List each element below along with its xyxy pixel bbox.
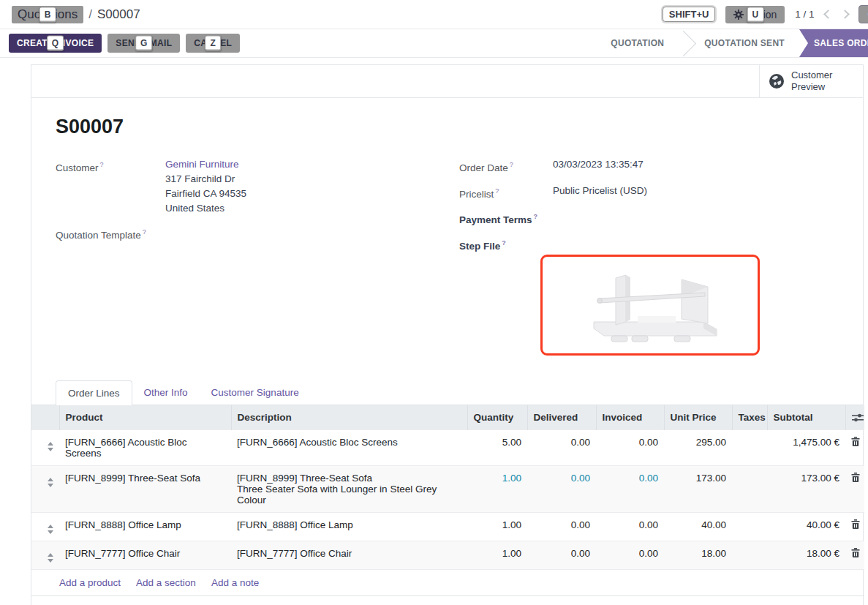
cell-delivered[interactable]: 0.00 — [527, 466, 596, 513]
column-taxes[interactable]: Taxes — [732, 405, 767, 430]
add-a-note-link[interactable]: Add a note — [211, 577, 259, 588]
column-delivered[interactable]: Delivered — [527, 405, 596, 430]
pricelist-value[interactable]: Public Pricelist (USD) — [553, 184, 647, 202]
add-a-product-link[interactable]: Add a product — [59, 577, 121, 588]
row-gutter — [31, 513, 42, 541]
column-description[interactable]: Description — [231, 405, 467, 430]
shortcut-box-shift-u: SHIFT+U — [663, 7, 716, 22]
order-date-value[interactable]: 03/03/2023 13:35:47 — [553, 157, 644, 176]
help-icon: ? — [534, 213, 538, 220]
trash-icon — [851, 548, 860, 557]
column-product[interactable]: Product — [59, 405, 231, 430]
delete-row-button[interactable] — [845, 466, 864, 513]
stage-separator-icon — [679, 29, 690, 57]
cell-invoiced[interactable]: 0.00 — [596, 466, 664, 513]
cell-quantity[interactable]: 1.00 — [467, 541, 527, 570]
cell-description[interactable]: [FURN_8888] Office Lamp — [231, 513, 467, 541]
cell-product[interactable]: [FURN_8999] Three-Seat Sofa — [59, 466, 231, 513]
cell-description[interactable]: [FURN_6666] Acoustic Bloc Screens — [231, 430, 467, 466]
cell-product[interactable]: [FURN_7777] Office Chair — [59, 541, 231, 570]
cell-quantity[interactable]: 1.00 — [467, 513, 527, 541]
column-invoiced[interactable]: Invoiced — [596, 405, 664, 430]
table-row: [FURN_8888] Office Lamp [FURN_8888] Offi… — [31, 513, 864, 541]
send-email-button[interactable]: SEND EMAIL G — [107, 34, 180, 53]
payment-terms-label: Payment Terms? — [459, 209, 553, 228]
stage-quotation[interactable]: QUOTATION — [596, 29, 679, 57]
customer-preview-button[interactable]: Customer Preview — [759, 65, 863, 97]
column-quantity[interactable]: Quantity — [467, 405, 527, 430]
cell-invoiced[interactable]: 0.00 — [596, 430, 664, 466]
breadcrumb-parent[interactable]: Quotations B — [12, 6, 83, 23]
cell-product[interactable]: [FURN_6666] Acoustic Bloc Screens — [59, 430, 231, 466]
customer-address: 317 Fairchild Dr Fairfield CA 94535 Unit… — [165, 172, 246, 216]
sheet-footer: Terms and conditions... Total: 1,706.00 … — [31, 596, 863, 605]
cell-unit-price[interactable]: 295.00 — [664, 430, 732, 466]
quotation-template-label: Quotation Template? — [56, 225, 165, 243]
cell-unit-price[interactable]: 40.00 — [664, 513, 732, 541]
delete-row-button[interactable] — [845, 541, 864, 570]
row-gutter — [31, 430, 42, 466]
help-icon: ? — [502, 239, 506, 247]
cell-product[interactable]: [FURN_8888] Office Lamp — [59, 513, 231, 541]
cell-quantity[interactable]: 5.00 — [467, 430, 527, 466]
fields-left-column: Customer? Gemini Furniture 317 Fairchild… — [56, 157, 459, 356]
page-title: S00007 — [56, 116, 839, 138]
tab-customer-signature[interactable]: Customer Signature — [200, 380, 311, 405]
row-drag-handle[interactable] — [42, 466, 59, 513]
step-file-label: Step File? — [459, 236, 553, 254]
cell-invoiced[interactable]: 0.00 — [596, 513, 664, 541]
address-line: Fairfield CA 94535 — [165, 187, 246, 201]
cell-taxes[interactable] — [732, 430, 767, 466]
column-subtotal[interactable]: Subtotal — [767, 405, 845, 430]
cell-taxes[interactable] — [732, 466, 767, 513]
stage-quotation-sent[interactable]: QUOTATION SENT — [690, 29, 799, 57]
cell-delivered[interactable]: 0.00 — [527, 430, 596, 466]
cell-taxes[interactable] — [732, 541, 767, 570]
row-drag-handle[interactable] — [42, 430, 59, 466]
cell-unit-price[interactable]: 173.00 — [664, 466, 732, 513]
customer-preview-label: Customer Preview — [791, 69, 842, 93]
trash-icon — [851, 519, 860, 529]
table-row: [FURN_8999] Three-Seat Sofa [FURN_8999] … — [31, 466, 864, 513]
customer-label: Customer? — [56, 157, 165, 216]
table-row: [FURN_7777] Office Chair [FURN_7777] Off… — [31, 541, 864, 570]
create-invoice-button[interactable]: CREATE INVOICE Q — [9, 34, 102, 53]
cancel-button[interactable]: CANCEL Z — [186, 34, 240, 53]
tab-order-lines[interactable]: Order Lines — [56, 380, 132, 405]
customer-link[interactable]: Gemini Furniture — [165, 159, 239, 170]
pager-previous-icon[interactable] — [823, 10, 833, 19]
form-sheet: Customer Preview S00007 Customer? Gemini… — [31, 64, 864, 605]
row-drag-handle[interactable] — [42, 541, 59, 570]
field-step-file: Step File? — [459, 236, 839, 254]
field-customer: Customer? Gemini Furniture 317 Fairchild… — [56, 157, 459, 216]
pager-next-icon[interactable] — [840, 10, 850, 19]
customer-value: Gemini Furniture 317 Fairchild Dr Fairfi… — [165, 157, 246, 216]
delete-row-button[interactable] — [845, 513, 864, 541]
tab-other-info[interactable]: Other Info — [132, 380, 200, 405]
cell-description[interactable]: [FURN_8999] Three-Seat SofaThree Seater … — [231, 466, 467, 513]
action-menu-button[interactable]: Action U — [725, 6, 785, 23]
shortcut-badge-z: Z — [205, 36, 221, 51]
column-unit-price[interactable]: Unit Price — [664, 405, 732, 430]
cell-quantity[interactable]: 1.00 — [467, 466, 527, 513]
cell-delivered[interactable]: 0.00 — [527, 541, 596, 570]
cell-unit-price[interactable]: 18.00 — [664, 541, 732, 570]
cell-invoiced[interactable]: 0.00 — [596, 541, 664, 570]
step-file-preview[interactable] — [540, 255, 760, 356]
stage-sales-order[interactable]: SALES ORDER — [799, 29, 868, 57]
pricelist-label: Pricelist? — [459, 184, 553, 202]
cell-taxes[interactable] — [732, 513, 767, 541]
add-a-section-link[interactable]: Add a section — [136, 577, 196, 588]
shortcut-badge-q: Q — [47, 36, 64, 51]
cutoff-button[interactable]: C — [858, 5, 868, 23]
globe-icon — [769, 73, 785, 89]
field-quotation-template[interactable]: Quotation Template? — [56, 225, 459, 243]
field-pricelist: Pricelist? Public Pricelist (USD) — [459, 184, 839, 202]
row-drag-handle[interactable] — [42, 513, 59, 541]
cell-description[interactable]: [FURN_7777] Office Chair — [231, 541, 467, 570]
delete-row-button[interactable] — [845, 430, 864, 466]
cell-delivered[interactable]: 0.00 — [527, 513, 596, 541]
optional-columns-button[interactable] — [845, 405, 864, 430]
help-icon: ? — [495, 187, 499, 195]
action-bar: CREATE INVOICE Q SEND EMAIL G CANCEL Z Q… — [0, 29, 868, 58]
